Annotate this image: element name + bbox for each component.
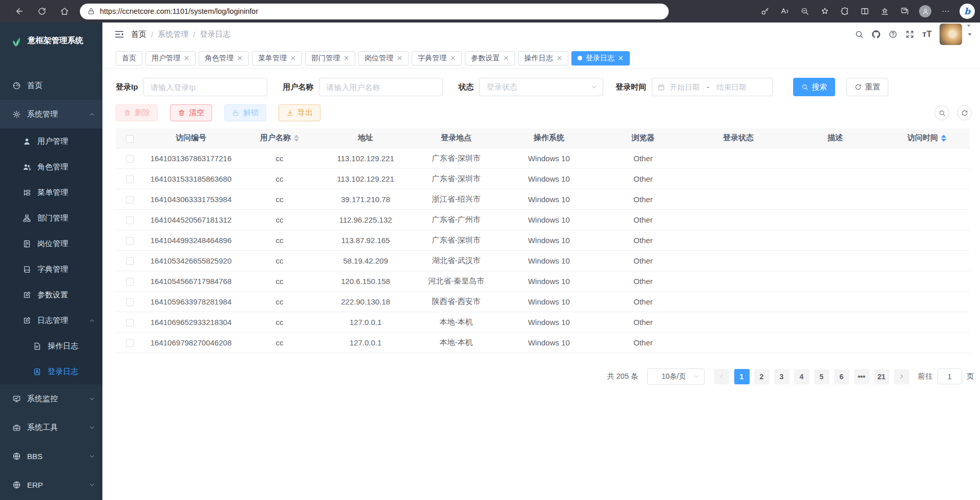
bing-icon[interactable]: b: [960, 4, 975, 19]
more-pages-button[interactable]: •••: [854, 369, 869, 384]
page-button-2[interactable]: 2: [754, 369, 770, 384]
sidebar-item-erp[interactable]: ERP: [0, 470, 102, 499]
row-checkbox[interactable]: [126, 278, 134, 286]
sidebar-item-role[interactable]: 角色管理: [0, 154, 102, 180]
sidebar-item-dept[interactable]: 部门管理: [0, 205, 102, 231]
page-button-21[interactable]: 21: [874, 369, 889, 384]
status-filter-select[interactable]: 登录状态: [479, 78, 603, 96]
ip-filter-input[interactable]: [143, 78, 267, 96]
clear-button[interactable]: 清空: [170, 104, 212, 121]
app-logo[interactable]: 意框架管理系统: [0, 23, 102, 58]
tab-role[interactable]: 角色管理: [199, 51, 249, 66]
close-tab-icon[interactable]: [237, 55, 243, 61]
user-menu-caret-icon[interactable]: [967, 31, 973, 37]
user-avatar[interactable]: [940, 24, 962, 45]
profile-icon[interactable]: [919, 5, 931, 17]
select-all-checkbox[interactable]: [126, 135, 134, 143]
tab-dept[interactable]: 部门管理: [305, 51, 355, 66]
export-button[interactable]: 导出: [279, 104, 321, 121]
address-bar[interactable]: https://ccnetcore.com:1101/system/log/lo…: [80, 4, 669, 19]
page-button-6[interactable]: 6: [834, 369, 849, 384]
show-search-toggle-button[interactable]: [934, 105, 949, 120]
close-tab-icon[interactable]: [618, 55, 624, 61]
sidebar-item-param[interactable]: 参数设置: [0, 282, 102, 308]
unlock-button[interactable]: 解锁: [224, 104, 266, 121]
sidebar-item-log[interactable]: 日志管理: [0, 308, 102, 333]
next-page-button[interactable]: [894, 369, 909, 384]
close-tab-icon[interactable]: [503, 55, 509, 61]
question-help-icon[interactable]: [888, 30, 898, 39]
extensions-puzzle-icon[interactable]: [839, 6, 850, 17]
row-checkbox[interactable]: [126, 257, 134, 265]
row-checkbox[interactable]: [126, 237, 134, 245]
more-dots-icon[interactable]: [940, 6, 951, 17]
time-range-picker[interactable]: 开始日期 - 结束日期: [652, 78, 773, 96]
close-tab-icon[interactable]: [290, 55, 296, 61]
tab-post[interactable]: 岗位管理: [358, 51, 409, 66]
row-checkbox[interactable]: [126, 216, 134, 224]
back-icon[interactable]: [14, 6, 25, 17]
tab-operlog[interactable]: 操作日志: [518, 51, 568, 66]
reset-button[interactable]: 重置: [846, 78, 888, 96]
close-tab-icon[interactable]: [184, 55, 189, 61]
tab-loginlog[interactable]: 登录日志: [571, 51, 630, 66]
sidebar-item-user[interactable]: 用户管理: [0, 128, 102, 154]
refresh-icon[interactable]: [36, 6, 48, 17]
breadcrumb-home[interactable]: 首页: [131, 30, 146, 39]
row-checkbox[interactable]: [126, 298, 134, 306]
sort-carets-icon[interactable]: [294, 135, 299, 142]
page-button-5[interactable]: 5: [814, 369, 829, 384]
row-checkbox[interactable]: [126, 339, 134, 347]
password-key-icon[interactable]: [759, 6, 771, 17]
read-aloud-icon[interactable]: [779, 6, 791, 17]
github-icon[interactable]: [871, 30, 881, 39]
favorite-star-icon[interactable]: [819, 6, 830, 17]
sidebar-item-post[interactable]: 岗位管理: [0, 231, 102, 256]
prev-page-button[interactable]: [714, 369, 730, 384]
favorites-bar-icon[interactable]: [879, 6, 890, 17]
zoom-out-icon[interactable]: [799, 6, 811, 17]
row-checkbox[interactable]: [126, 176, 134, 183]
sidebar-item-operlog[interactable]: 操作日志: [0, 333, 102, 359]
sidebar-item-tool[interactable]: 系统工具: [0, 413, 102, 442]
split-screen-icon[interactable]: [859, 6, 870, 17]
delete-button[interactable]: 删除: [116, 104, 158, 121]
sidebar-item-home[interactable]: 首页: [0, 71, 102, 100]
close-tab-icon[interactable]: [397, 55, 402, 61]
row-checkbox[interactable]: [126, 155, 134, 163]
collapse-sidebar-icon[interactable]: [114, 29, 125, 40]
tab-dict[interactable]: 字典管理: [412, 51, 462, 66]
page-size-select[interactable]: 10条/页: [647, 368, 705, 385]
username-filter-input[interactable]: [319, 78, 443, 96]
row-checkbox[interactable]: [126, 196, 134, 204]
sidebar-item-monitor[interactable]: 系统监控: [0, 384, 102, 413]
home-icon[interactable]: [59, 6, 70, 17]
sidebar-item-loginlog[interactable]: 登录日志: [0, 359, 102, 384]
close-tab-icon[interactable]: [450, 55, 456, 61]
tab-param[interactable]: 参数设置: [465, 51, 515, 66]
font-size-icon[interactable]: тT: [922, 29, 932, 39]
collections-icon[interactable]: [899, 6, 910, 17]
page-button-4[interactable]: 4: [794, 369, 809, 384]
tab-user[interactable]: 用户管理: [145, 51, 196, 66]
sidebar-item-menu[interactable]: 菜单管理: [0, 180, 102, 205]
fullscreen-icon[interactable]: [905, 30, 914, 39]
table-cell: 广东省-深圳市: [411, 168, 502, 189]
bing-dropdown-caret-icon[interactable]: [966, 21, 972, 31]
sort-carets-icon[interactable]: [941, 135, 946, 142]
sidebar-item-bbs[interactable]: BBS: [0, 442, 102, 470]
page-button-1[interactable]: 1: [734, 369, 750, 384]
goto-page-input[interactable]: [938, 368, 962, 384]
sidebar-item-system[interactable]: 系统管理: [0, 100, 102, 128]
breadcrumb-system[interactable]: 系统管理: [158, 30, 188, 39]
row-checkbox[interactable]: [126, 319, 134, 327]
close-tab-icon[interactable]: [557, 55, 562, 61]
tab-menu[interactable]: 菜单管理: [252, 51, 302, 66]
close-tab-icon[interactable]: [344, 55, 349, 61]
tab-home[interactable]: 首页: [116, 51, 142, 66]
search-button[interactable]: 搜索: [793, 78, 835, 96]
refresh-table-button[interactable]: [957, 105, 972, 120]
page-button-3[interactable]: 3: [774, 369, 790, 384]
search-icon[interactable]: [855, 30, 864, 39]
sidebar-item-dict[interactable]: 字典管理: [0, 256, 102, 282]
